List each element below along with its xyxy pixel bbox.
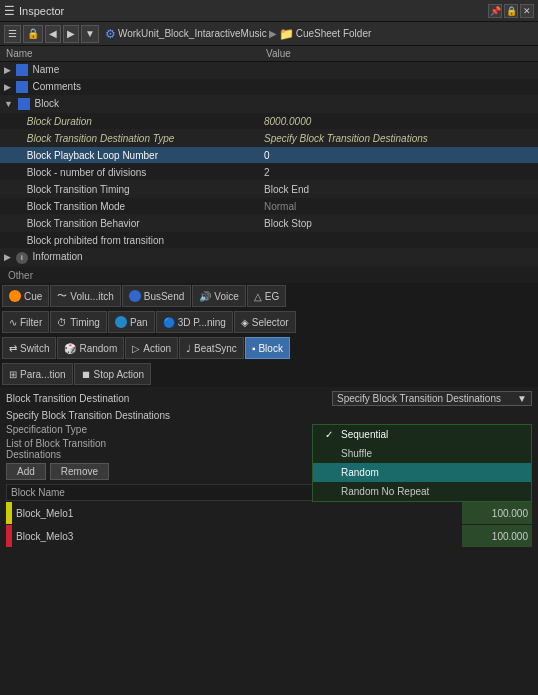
table-row[interactable]: Block Duration 8000.0000 — [0, 113, 538, 130]
tab-volu[interactable]: 〜 Volu...itch — [50, 285, 120, 307]
list-item-value: 100.000 — [462, 525, 532, 547]
nav-left-button[interactable]: ◀ — [45, 25, 61, 43]
block-duration-value: 8000.0000 — [260, 113, 538, 130]
close-button[interactable]: ✕ — [520, 4, 534, 18]
toolbar: ☰ 🔒 ◀ ▶ ▼ ⚙ WorkUnit_Block_IntaractiveMu… — [0, 22, 538, 46]
bussend-icon — [129, 290, 141, 302]
btm-label: Block Transition Mode — [27, 201, 125, 212]
tab-3dp[interactable]: 🔵 3D P...ning — [156, 311, 233, 333]
list-item[interactable]: Block_Melo3 100.000 — [6, 525, 532, 547]
dropdown-item-label: Random — [341, 467, 379, 478]
tab-random[interactable]: 🎲 Random — [57, 337, 124, 359]
btb-value: Block Stop — [260, 215, 538, 232]
table-row[interactable]: Block - number of divisions 2 — [0, 164, 538, 181]
tab-switch[interactable]: ⇄ Switch — [2, 337, 56, 359]
expand-icon[interactable]: ▶ — [4, 65, 11, 75]
dropdown-item-random[interactable]: Random — [313, 463, 531, 482]
table-row[interactable]: Block Transition Behavior Block Stop — [0, 215, 538, 232]
btdt-value: Specify Block Transition Destinations — [260, 130, 538, 147]
pan-icon — [115, 316, 127, 328]
folder-label[interactable]: CueSheet Folder — [296, 28, 372, 39]
tab-eg[interactable]: △ EG — [247, 285, 286, 307]
volu-icon: 〜 — [57, 289, 67, 303]
comments-icon — [16, 81, 28, 93]
expand-icon[interactable]: ▶ — [4, 82, 11, 92]
app-menu-icon[interactable]: ☰ — [4, 4, 15, 18]
block-duration-label: Block Duration — [27, 116, 92, 127]
transition-dest-row: Block Transition Destination Specify Blo… — [6, 391, 532, 406]
timing-icon: ⏱ — [57, 317, 67, 328]
switch-icon: ⇄ — [9, 343, 17, 354]
bnod-label: Block - number of divisions — [27, 167, 147, 178]
comments-value — [260, 79, 538, 96]
table-row[interactable]: ▼ Block — [0, 96, 538, 113]
window-title: Inspector — [19, 5, 64, 17]
title-bar: ☰ Inspector 📌 🔒 ✕ — [0, 0, 538, 22]
tab-group-row1: Cue 〜 Volu...itch BusSend 🔊 Voice △ EG — [0, 283, 538, 309]
table-row[interactable]: ▶ Name — [0, 62, 538, 79]
tab-filter[interactable]: ∿ Filter — [2, 311, 49, 333]
tab-cue[interactable]: Cue — [2, 285, 49, 307]
tab-group-row2: ∿ Filter ⏱ Timing Pan 🔵 3D P...ning ◈ Se… — [0, 309, 538, 335]
information-value — [260, 249, 538, 266]
remove-button[interactable]: Remove — [50, 463, 109, 480]
filter-icon: ∿ — [9, 317, 17, 328]
tab-group-row3: ⇄ Switch 🎲 Random ▷ Action ♩ BeatSync ▪ … — [0, 335, 538, 361]
eg-icon: △ — [254, 291, 262, 302]
tab-action[interactable]: ▷ Action — [125, 337, 178, 359]
voice-icon: 🔊 — [199, 291, 211, 302]
name-column-header: Name — [0, 46, 260, 62]
btt-value: Block End — [260, 181, 538, 198]
list-item[interactable]: Block_Melo1 100.000 — [6, 502, 532, 524]
nav-right-button[interactable]: ▶ — [63, 25, 79, 43]
other-section: Other — [0, 266, 538, 283]
block-tab-icon: ▪ — [252, 343, 256, 354]
tab-para[interactable]: ⊞ Para...tion — [2, 363, 73, 385]
table-row[interactable]: Block prohibited from transition — [0, 232, 538, 249]
action-icon: ▷ — [132, 343, 140, 354]
lock-toolbar-button[interactable]: 🔒 — [23, 25, 43, 43]
tab-timing[interactable]: ⏱ Timing — [50, 311, 107, 333]
title-bar-left: ☰ Inspector — [4, 4, 64, 18]
table-row[interactable]: Block Transition Timing Block End — [0, 181, 538, 198]
random-icon: 🎲 — [64, 343, 76, 354]
list-item-name: Block_Melo3 — [12, 531, 462, 542]
tab-stopaction[interactable]: ⏹ Stop Action — [74, 363, 152, 385]
bnod-value: 2 — [260, 164, 538, 181]
dropdown-item-shuffle[interactable]: Shuffle — [313, 444, 531, 463]
expand-icon[interactable]: ▼ — [4, 99, 13, 109]
beatsync-icon: ♩ — [186, 343, 191, 354]
selector-icon: ◈ — [241, 317, 249, 328]
table-row[interactable]: Block Playback Loop Number 0 — [0, 147, 538, 164]
add-button[interactable]: Add — [6, 463, 46, 480]
block-group-label: Block — [34, 98, 58, 109]
table-row[interactable]: ▶ i Information — [0, 249, 538, 266]
workunit-label[interactable]: WorkUnit_Block_IntaractiveMusic — [118, 28, 267, 39]
expand-icon[interactable]: ▶ — [4, 252, 11, 262]
tab-pan[interactable]: Pan — [108, 311, 155, 333]
transition-dest-select[interactable]: Specify Block Transition Destinations ▼ — [332, 391, 532, 406]
table-row[interactable]: ▶ Comments — [0, 79, 538, 96]
tab-bussend[interactable]: BusSend — [122, 285, 192, 307]
folder-icon: 📁 — [279, 27, 294, 41]
menu-button[interactable]: ☰ — [4, 25, 21, 43]
tab-voice[interactable]: 🔊 Voice — [192, 285, 245, 307]
pin-button[interactable]: 📌 — [488, 4, 502, 18]
transition-dest-label: Block Transition Destination — [6, 393, 129, 404]
block-group-value — [260, 96, 538, 113]
dropdown-item-random-no-repeat[interactable]: Random No Repeat — [313, 482, 531, 501]
lock-button[interactable]: 🔒 — [504, 4, 518, 18]
table-row[interactable]: Block Transition Mode Normal — [0, 198, 538, 215]
transition-dest-value: Specify Block Transition Destinations — [337, 393, 501, 404]
dropdown-item-sequential[interactable]: ✓ Sequential — [313, 425, 531, 444]
bpln-value: 0 — [260, 147, 538, 164]
nav-down-button[interactable]: ▼ — [81, 25, 99, 43]
bpln-label: Block Playback Loop Number — [27, 150, 158, 161]
tab-beatsync[interactable]: ♩ BeatSync — [179, 337, 244, 359]
tab-block[interactable]: ▪ Block — [245, 337, 290, 359]
specify-title: Specify Block Transition Destinations — [6, 410, 170, 421]
tab-selector[interactable]: ◈ Selector — [234, 311, 296, 333]
name-row-label: Name — [33, 64, 60, 75]
specify-title-row: Specify Block Transition Destinations — [6, 409, 532, 421]
table-row[interactable]: Block Transition Destination Type Specif… — [0, 130, 538, 147]
